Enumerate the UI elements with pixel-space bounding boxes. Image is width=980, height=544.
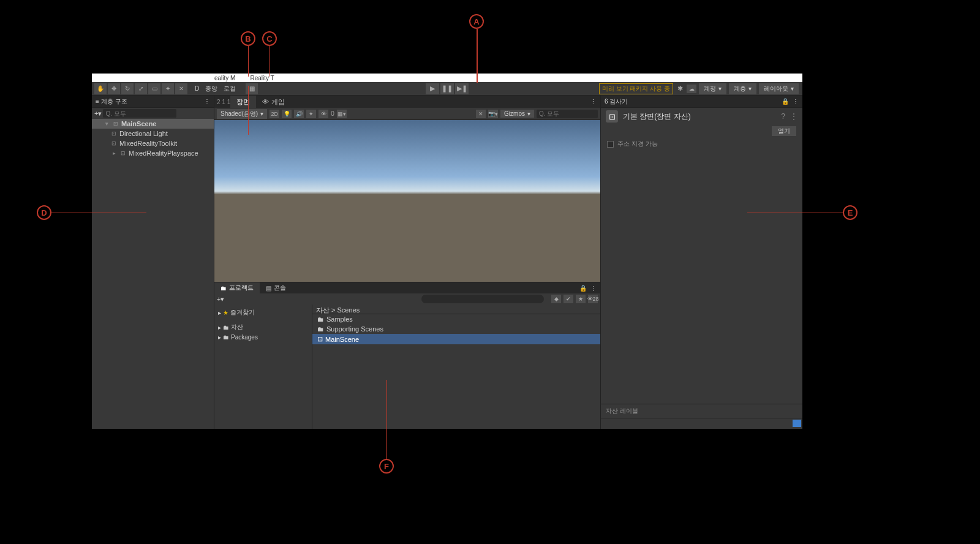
favorite-filter-icon[interactable]: ✔: [564, 295, 573, 303]
hidden-toggle-icon[interactable]: 👁: [318, 110, 328, 118]
hidden-count: 0: [331, 110, 334, 117]
hierarchy-tree: ▾ ⊡ MainScene ⊡ Directional Light ⊡ Mixe…: [92, 119, 214, 429]
console-icon: ▤: [266, 285, 271, 292]
project-tab[interactable]: 🖿프로젝트: [214, 282, 260, 293]
gizmos-dropdown[interactable]: Gizmos▾: [500, 110, 534, 118]
addressable-checkbox[interactable]: [607, 141, 614, 148]
inspector-menu-icon[interactable]: ⋮: [793, 98, 799, 105]
hierarchy-item[interactable]: ▸ ⊡ MixedRealityPlayspace: [92, 148, 214, 158]
rect-tool-icon[interactable]: ▭: [148, 83, 160, 94]
folder-icon: 🖿: [317, 315, 324, 323]
light-icon: ⊡: [110, 130, 118, 137]
inspector-tab[interactable]: 6 검사기: [605, 97, 628, 106]
grid-icon[interactable]: ▦▾: [337, 110, 347, 118]
save-filter-icon[interactable]: ★: [576, 295, 586, 303]
project-folder-tree: ▸★즐겨찾기 ▸🖿자산 ▸🖿Packages: [214, 304, 312, 429]
gameobject-icon: ⊡: [119, 149, 127, 157]
settings-icon[interactable]: ✱: [676, 83, 684, 94]
transform-tool-icon[interactable]: ✦: [162, 83, 174, 94]
scale-tool-icon[interactable]: ⤢: [135, 83, 147, 94]
asset-labels-section: 자산 레이블: [601, 404, 802, 418]
help-icon[interactable]: ?: [781, 112, 785, 121]
folder-icon: 🖿: [223, 334, 229, 341]
assets-folder[interactable]: ▸🖿자산: [214, 322, 312, 333]
game-tab[interactable]: 👁게임: [256, 96, 291, 108]
folder-icon: 🖿: [223, 324, 229, 331]
folder-item[interactable]: 🖿Samples: [312, 314, 600, 324]
project-add-icon[interactable]: +▾: [217, 295, 224, 303]
custom-tool-icon[interactable]: ✕: [175, 83, 187, 94]
main-toolbar: ✋ ✥ ↻ ⤢ ▭ ✦ ✕ D 중앙 로컬 ▦ ▶ ❚❚ ▶❚ 미리 보기 패키…: [92, 82, 802, 96]
callout-b: B: [241, 31, 255, 46]
dropdown-arrow-icon: ▾: [103, 120, 110, 127]
fx-toggle-icon[interactable]: ✦: [306, 110, 316, 118]
scene-search[interactable]: [537, 110, 598, 118]
menu-bar[interactable]: eality M Reality T: [92, 74, 802, 82]
preview-badge[interactable]: 미리 보기 패키지 사용 중: [599, 83, 673, 94]
scene-tools-icon[interactable]: ✕: [476, 110, 486, 118]
unity-scene-icon: ⊡: [112, 120, 119, 127]
unity-scene-icon: ⊡: [317, 335, 323, 343]
layers-dropdown[interactable]: 계층▾: [729, 83, 756, 94]
inspector-item-menu-icon[interactable]: ⋮: [790, 112, 797, 121]
hierarchy-item[interactable]: ⊡ MixedRealityToolkit: [92, 138, 214, 148]
menu-text-2: Reality T: [250, 75, 274, 81]
scene-tab-menu-icon[interactable]: ⋮: [590, 98, 600, 106]
packages-folder[interactable]: ▸🖿Packages: [214, 333, 312, 342]
callout-c: C: [262, 31, 277, 46]
scene-viewport[interactable]: [214, 120, 600, 282]
unity-logo-icon: ⊡: [606, 110, 618, 123]
account-dropdown[interactable]: 계정▾: [699, 83, 726, 94]
star-icon: ★: [223, 309, 228, 316]
lock-icon[interactable]: 🔒: [579, 285, 587, 292]
hierarchy-add-icon[interactable]: +▾: [94, 110, 102, 118]
pause-button[interactable]: ❚❚: [440, 83, 454, 94]
hierarchy-tab-bar: ≡ 계층 구조 ⋮: [92, 96, 214, 108]
coord-mode[interactable]: 로컬: [224, 85, 236, 93]
audio-toggle-icon[interactable]: 🔊: [294, 110, 304, 118]
lock-icon[interactable]: 🔒: [782, 98, 789, 105]
cloud-icon[interactable]: ☁: [687, 85, 696, 93]
favorites-folder[interactable]: ▸★즐겨찾기: [214, 307, 312, 318]
play-button[interactable]: ▶: [426, 83, 439, 94]
folder-icon: 🖿: [221, 285, 227, 292]
hierarchy-menu-icon[interactable]: ⋮: [204, 98, 210, 105]
pivot-mode[interactable]: 중앙: [205, 85, 217, 93]
hidden-filter-icon[interactable]: 👁28: [588, 295, 598, 303]
folder-icon: 🖿: [317, 325, 324, 333]
scene-tab-prefix: 2 1 1: [214, 99, 230, 105]
file-list: 🖿Samples 🖿Supporting Scenes ⊡MainScene: [312, 314, 600, 429]
breadcrumb[interactable]: 자산 > Scenes: [312, 304, 600, 314]
eye-icon: 👁: [262, 98, 269, 105]
shaded-dropdown[interactable]: Shaded(음영)▾: [217, 109, 267, 119]
inspector-panel: 6 검사기 🔒 ⋮ ⊡ 기본 장면(장면 자산) ? ⋮ 열기 주소 지경 가능…: [600, 96, 802, 429]
callout-a: A: [469, 14, 484, 29]
layout-dropdown[interactable]: 레이아웃▾: [759, 83, 799, 94]
camera-icon[interactable]: 📷▾: [488, 110, 498, 118]
hierarchy-tab[interactable]: ≡ 계층 구조: [96, 97, 127, 106]
tag-icon[interactable]: [793, 420, 801, 427]
scene-root-item[interactable]: ▾ ⊡ MainScene: [92, 119, 214, 129]
console-tab[interactable]: ▤콘솔: [260, 282, 292, 293]
project-menu-icon[interactable]: ⋮: [590, 285, 597, 292]
folder-item[interactable]: 🖿Supporting Scenes: [312, 324, 600, 334]
inspector-title: 기본 장면(장면 자산): [623, 111, 691, 122]
menu-text-1: eality M: [214, 75, 235, 81]
hierarchy-panel: ≡ 계층 구조 ⋮ +▾ ▾ ⊡ MainScene ⊡ Directional…: [92, 96, 214, 429]
lighting-toggle-icon[interactable]: 💡: [282, 110, 292, 118]
project-tab-bar: 🖿프로젝트 ▤콘솔 🔒 ⋮: [214, 282, 600, 293]
scene-tab[interactable]: 장면: [230, 96, 256, 108]
project-search[interactable]: [421, 295, 544, 303]
scene-asset-item[interactable]: ⊡MainScene: [312, 334, 600, 344]
step-button[interactable]: ▶❚: [455, 83, 469, 94]
filter-icon[interactable]: ◆: [551, 295, 561, 303]
hand-tool-icon[interactable]: ✋: [94, 83, 107, 94]
rotate-tool-icon[interactable]: ↻: [121, 83, 134, 94]
open-button[interactable]: 열기: [772, 126, 796, 136]
expand-arrow-icon[interactable]: ▸: [110, 149, 118, 157]
playback-controls: ▶ ❚❚ ▶❚: [426, 83, 469, 94]
hierarchy-search[interactable]: [103, 109, 176, 118]
mode-2d-toggle[interactable]: 2D: [270, 110, 279, 118]
move-tool-icon[interactable]: ✥: [108, 83, 120, 94]
hierarchy-item[interactable]: ⊡ Directional Light: [92, 129, 214, 138]
